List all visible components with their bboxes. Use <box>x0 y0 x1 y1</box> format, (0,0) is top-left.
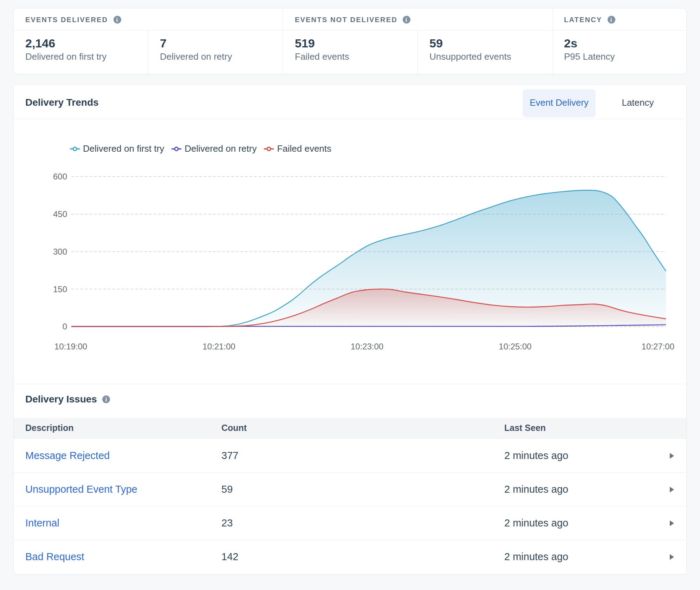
svg-text:10:19:00: 10:19:00 <box>54 342 87 351</box>
svg-text:600: 600 <box>53 172 67 181</box>
svg-text:i: i <box>105 396 107 402</box>
svg-text:i: i <box>406 17 408 22</box>
svg-text:300: 300 <box>53 247 67 256</box>
svg-text:450: 450 <box>53 209 67 219</box>
svg-text:150: 150 <box>53 284 67 294</box>
svg-text:i: i <box>610 17 613 22</box>
svg-text:10:27:00: 10:27:00 <box>642 342 674 351</box>
svg-text:i: i <box>116 17 118 22</box>
svg-text:0: 0 <box>63 322 67 331</box>
svg-text:10:25:00: 10:25:00 <box>499 342 531 351</box>
svg-text:10:23:00: 10:23:00 <box>351 342 383 351</box>
svg-text:10:21:00: 10:21:00 <box>202 342 235 351</box>
